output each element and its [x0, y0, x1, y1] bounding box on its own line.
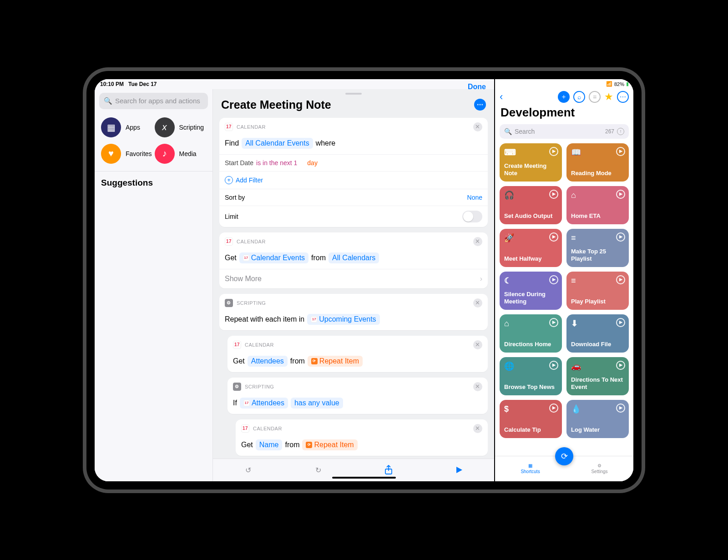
run-tile-button[interactable]: ▶ [616, 318, 625, 327]
calendar-icon: 17 [233, 341, 241, 349]
sync-button[interactable]: ⟳ [555, 447, 573, 465]
run-tile-button[interactable]: ▶ [616, 232, 625, 242]
run-tile-button[interactable]: ▶ [549, 147, 558, 156]
delete-action-button[interactable]: ✕ [473, 298, 482, 308]
shortcut-tile[interactable]: 📖▶Reading Mode [566, 143, 629, 182]
action-get-attendees[interactable]: 17 CALENDAR ✕ Get Attendees from ⟳Repeat… [228, 336, 488, 372]
status-date: Tue Dec 17 [128, 81, 157, 87]
delete-action-button[interactable]: ✕ [473, 382, 482, 391]
more-button[interactable]: ⋯ [617, 91, 629, 103]
collection-title: Development [495, 106, 633, 122]
token-attendees-var[interactable]: 17Attendees [240, 398, 288, 409]
action-repeat[interactable]: ⚙ SCRIPTING ✕ Repeat with each item in 1… [219, 294, 488, 330]
delete-action-button[interactable]: ✕ [473, 424, 482, 433]
shortcut-tile[interactable]: 🚗▶Directions To Next Event [566, 357, 629, 395]
add-filter-button[interactable]: + Add Filter [219, 171, 488, 189]
delete-action-button[interactable]: ✕ [473, 237, 482, 246]
run-tile-button[interactable]: ▶ [549, 190, 558, 199]
category-favorites[interactable]: ♥ Favorites [101, 144, 153, 164]
run-tile-button[interactable]: ▶ [616, 147, 625, 156]
category-apps[interactable]: ▦ Apps [101, 117, 153, 137]
category-media[interactable]: ♪ Media [155, 144, 207, 164]
limit-toggle[interactable] [462, 211, 482, 222]
filter-button[interactable]: ≡ [589, 91, 601, 103]
shortcut-tile[interactable]: 🎧▶Set Audio Output [500, 186, 562, 224]
delete-action-button[interactable]: ✕ [473, 122, 482, 131]
more-button[interactable]: ⋯ [474, 99, 486, 111]
token-condition[interactable]: has any value [291, 398, 343, 409]
shortcut-tile[interactable]: 🚀▶Meet Halfway [500, 229, 562, 267]
tile-label: Meet Halfway [504, 255, 557, 262]
token-calendar-events[interactable]: 17Calendar Events [239, 252, 308, 263]
token-repeat-item[interactable]: ⟳Repeat Item [302, 439, 357, 450]
action-if[interactable]: ⚙ SCRIPTING ✕ If 17Attendees has any val… [228, 378, 488, 414]
shortcut-tile[interactable]: ≡▶Make Top 25 Playlist [566, 229, 629, 267]
action-get-name[interactable]: 17 CALENDAR ✕ Get Name from ⟳Repeat Item [236, 419, 488, 456]
run-tile-button[interactable]: ▶ [616, 275, 625, 284]
shortcut-tile[interactable]: $▶Calculate Tip [500, 400, 562, 438]
delete-action-button[interactable]: ✕ [473, 340, 482, 349]
search-icon: 🔍 [104, 97, 112, 105]
run-tile-button[interactable]: ▶ [616, 190, 625, 199]
sheet-grabber[interactable] [345, 93, 362, 95]
shortcut-tile[interactable]: 🌐▶Browse Top News [500, 357, 562, 395]
run-tile-button[interactable]: ▶ [549, 232, 558, 242]
status-time: 10:10 PM [100, 81, 124, 87]
action-find-calendar-events[interactable]: 17 CALENDAR ✕ Find All Calendar Events w… [219, 118, 488, 227]
shortcut-tile[interactable]: 💧▶Log Water [566, 400, 629, 438]
add-shortcut-button[interactable]: ＋ [558, 91, 570, 103]
shortcut-tile[interactable]: ☾▶Silence During Meeting [500, 272, 562, 310]
run-tile-button[interactable]: ▶ [549, 404, 558, 413]
token-all-calendar-events[interactable]: All Calendar Events [242, 138, 313, 149]
shortcut-tile[interactable]: ≡▶Play Playlist [566, 272, 629, 310]
tab-shortcuts[interactable]: ▦ Shortcuts [521, 463, 540, 474]
shortcut-tile[interactable]: ⬇▶Download File [566, 314, 629, 353]
show-more-button[interactable]: Show More › [219, 269, 488, 288]
tile-label: Make Top 25 Playlist [571, 248, 624, 262]
scripting-icon: ⚙ [233, 383, 241, 391]
run-tile-button[interactable]: ▶ [549, 275, 558, 284]
scroll-top-button[interactable]: ↑ [617, 128, 624, 135]
battery-icon: ▮ [626, 81, 629, 87]
shortcut-tile[interactable]: ⌂▶Directions Home [500, 314, 562, 353]
tab-settings[interactable]: ⚙ Settings [591, 463, 607, 474]
action-get-calendar-events[interactable]: 17 CALENDAR ✕ Get 17Calendar Events from… [219, 232, 488, 288]
back-button[interactable]: ‹ [500, 91, 503, 103]
shortcut-tile[interactable]: ⌂▶Home ETA [566, 186, 629, 224]
page-title: Create Meeting Note [221, 98, 470, 111]
run-tile-button[interactable]: ▶ [549, 361, 558, 370]
token-all-calendars[interactable]: All Calendars [329, 252, 379, 263]
tile-label: Silence During Meeting [504, 291, 557, 305]
run-tile-button[interactable]: ▶ [549, 318, 558, 327]
wifi-icon: 📶 [606, 81, 612, 87]
plus-icon: + [225, 176, 233, 184]
token-repeat-item[interactable]: ⟳Repeat Item [308, 356, 363, 367]
heart-icon: ♥ [108, 148, 114, 159]
undo-button[interactable]: ↺ [243, 464, 253, 475]
run-tile-button[interactable]: ▶ [616, 361, 625, 370]
sort-by-row[interactable]: Sort by None [219, 189, 488, 206]
share-button[interactable] [383, 464, 394, 475]
filter-row[interactable]: Start Date is in the next 1 day [219, 154, 488, 171]
done-button[interactable]: Done [468, 83, 486, 91]
search-input[interactable]: 🔍 Search for apps and actions [99, 93, 208, 109]
shortcut-tile[interactable]: ⌨▶Create Meeting Note [500, 143, 562, 182]
tile-label: Directions Home [504, 341, 557, 348]
calendar-icon: 17 [225, 123, 233, 131]
run-button[interactable] [454, 464, 465, 475]
token-name[interactable]: Name [256, 439, 283, 450]
search-icon: 🔍 [504, 128, 512, 135]
favorite-icon[interactable]: ★ [604, 91, 613, 103]
status-bar: 10:10 PM Tue Dec 17 [95, 79, 494, 89]
category-scripting[interactable]: x Scripting [155, 117, 207, 137]
redo-button[interactable]: ↻ [313, 464, 324, 475]
calendar-icon: 17 [225, 237, 233, 246]
token-upcoming-events[interactable]: 17Upcoming Events [307, 314, 379, 325]
tile-label: Directions To Next Event [571, 376, 624, 390]
token-attendees[interactable]: Attendees [248, 356, 288, 367]
library-search[interactable]: 🔍 Search 267 ↑ [500, 124, 629, 139]
run-tile-button[interactable]: ▶ [616, 404, 625, 413]
limit-row[interactable]: Limit [219, 206, 488, 227]
search-button[interactable]: ⌕ [573, 91, 585, 103]
home-indicator[interactable] [332, 477, 396, 479]
